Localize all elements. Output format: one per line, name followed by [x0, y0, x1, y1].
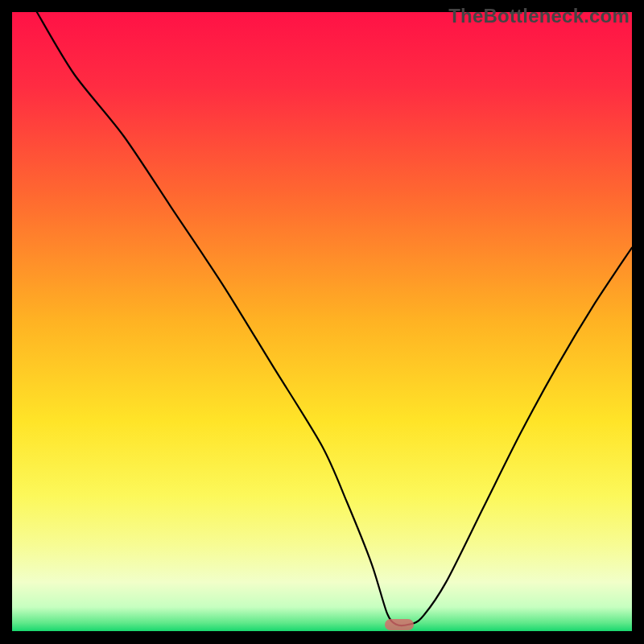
chart-frame: TheBottleneck.com: [0, 0, 644, 644]
plot-area: [12, 12, 632, 632]
chart-curve: [12, 12, 632, 632]
watermark-text: TheBottleneck.com: [448, 5, 630, 27]
sweet-spot-marker: [385, 619, 414, 630]
